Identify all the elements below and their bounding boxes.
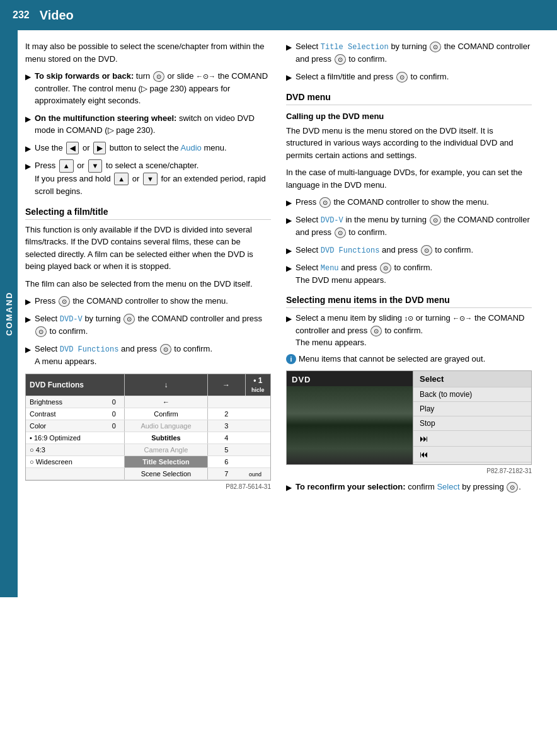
bullet-dvd-func: ▶ Select DVD Functions and press ⊙ to co… (286, 244, 532, 256)
table-row-brightness: Brightness 0 ← (26, 396, 270, 408)
cell-contrast-label: Contrast (26, 408, 108, 420)
bullet-content-filmsel: Select a film/title and press ⊙ to confi… (296, 71, 532, 83)
cell-43-label: ○ 4:3 (26, 444, 108, 456)
dvd-menu-ffwd[interactable]: ⏭ (413, 431, 531, 447)
table-header-nav: ↓ (125, 374, 207, 396)
bullet-content-film-dvdv: Select DVD-V by turning ⊙ the COMAND con… (35, 312, 271, 338)
bullet-content-multi: On the multifunction steering wheel: swi… (35, 112, 271, 137)
func-screenshot-caption: P82.87-5614-31 (25, 483, 271, 490)
cell-contrast-val: 0 (108, 408, 125, 420)
cell-43-val (108, 444, 125, 456)
cell-color-val: 0 (108, 420, 125, 432)
cell-contrast-num (245, 408, 270, 420)
cell-color-num (245, 420, 270, 432)
bullet-film-press: ▶ Press ⊙ the COMAND controller to show … (25, 295, 271, 307)
bullet-skip: ▶ To skip forwards or back: turn ⊙ or sl… (25, 70, 271, 107)
bullet-arrow-dvd-menu: ▶ (286, 263, 292, 287)
cell-contrast-right: Confirm (125, 408, 207, 420)
cell-contrast-nav: 2 (207, 408, 245, 420)
cell-wide-nav: 6 (207, 456, 245, 468)
table-header-label: DVD Functions (26, 374, 125, 396)
sub-section-calling: Calling up the DVD menu (286, 112, 532, 121)
functions-table: DVD Functions ↓ → • 1 hicle Brightness 0… (26, 374, 270, 480)
bullet-content-select-item: Select a menu item by sliding ↕⊙ or turn… (296, 312, 532, 349)
main-content: COMAND It may also be possible to select… (0, 30, 557, 597)
info-row: i Menu items that cannot be selected are… (286, 354, 532, 364)
cell-color-nav: 3 (207, 420, 245, 432)
bullet-dvd-menu: ▶ Select Menu and press ⊙ to confirm. Th… (286, 261, 532, 287)
cell-scene-right: Scene Selection (125, 468, 207, 480)
dvd-label: DVD (292, 375, 311, 384)
bullet-content-skip: To skip forwards or back: turn ⊙ or slid… (35, 70, 271, 107)
cell-scene-val (108, 468, 125, 480)
cell-color-label: Color (26, 420, 108, 432)
table-row-wide: ○ Widescreen Title Selection 6 (26, 456, 270, 468)
bullet-arrow-film-press: ▶ (25, 296, 31, 307)
film-body2: The film can also be selected from the m… (25, 278, 271, 290)
dvd-body1: The DVD menu is the menu stored on the D… (286, 125, 532, 162)
page-title: Video (40, 8, 74, 23)
dvd-image-panel: DVD (287, 371, 413, 464)
dvd-menu-stop[interactable]: Stop (413, 416, 531, 431)
bullet-use-button: ▶ Use the ◀ or ▶ button to select the Au… (25, 142, 271, 155)
dvd-screenshot-caption: P82.87-2182-31 (286, 467, 532, 474)
bullet-title-select: ▶ Select Title Selection by turning ⊙ th… (286, 40, 532, 66)
bullet-content-film-press: Press ⊙ the COMAND controller to show th… (35, 295, 271, 307)
film-body1: This function is only available if the D… (25, 224, 271, 273)
bullet-film-select: ▶ Select a film/title and press ⊙ to con… (286, 71, 532, 83)
cell-169-label: • 16:9 Optimized (26, 432, 108, 444)
cell-brightness-val: 0 (108, 396, 125, 408)
section-title-film: Selecting a film/title (25, 207, 271, 220)
cell-wide-val (108, 456, 125, 468)
section-title-selecting-items: Selecting menu items in the DVD menu (286, 295, 532, 308)
bullet-content-title: Select Title Selection by turning ⊙ the … (296, 40, 532, 66)
table-row-header: DVD Functions ↓ → • 1 hicle (26, 374, 270, 396)
cell-brightness-right: ← (125, 396, 207, 408)
dvd-image-area (287, 386, 413, 464)
cell-brightness-nav (207, 396, 245, 408)
columns: It may also be possible to select the sc… (18, 30, 557, 597)
cell-scene-nav: 7 (207, 468, 245, 480)
bullet-arrow-use: ▶ (25, 143, 31, 155)
bullet-dvd-dvdv: ▶ Select DVD-V in the menu by turning ⊙ … (286, 214, 532, 239)
cell-wide-label: ○ Widescreen (26, 456, 108, 468)
dvd-menu-rew[interactable]: ⏮ (413, 447, 531, 462)
info-icon: i (286, 354, 296, 364)
dvd-menu-play[interactable]: Play (413, 402, 531, 416)
dvd-menu-goup[interactable]: Go Up (413, 462, 531, 465)
bullet-arrow-dvd-press: ▶ (286, 197, 292, 209)
cell-169-val (108, 432, 125, 444)
bullet-arrow-film-dvdfunc: ▶ (25, 344, 31, 368)
dvd-screenshot: DVD Select Back (to movie) Play Stop ⏭ ⏮… (286, 370, 532, 465)
bullet-content-dvd-menu: Select Menu and press ⊙ to confirm. The … (296, 261, 532, 287)
bullet-film-dvdv: ▶ Select DVD-V by turning ⊙ the COMAND c… (25, 312, 271, 338)
left-column: It may also be possible to select the sc… (25, 40, 271, 587)
bullet-arrow-dvd-dvdv: ▶ (286, 215, 292, 239)
info-text: Menu items that cannot be selected are g… (299, 354, 485, 364)
bullet-content-dvd-press: Press ⊙ the COMAND controller to show th… (296, 196, 532, 209)
page-number: 232 (13, 9, 30, 21)
bullet-arrow-title: ▶ (286, 42, 292, 66)
bullet-arrow-final: ▶ (286, 482, 292, 493)
cell-brightness-label: Brightness (26, 396, 108, 408)
table-row-color: Color 0 Audio Language 3 (26, 420, 270, 432)
dvd-menu-back[interactable]: Back (to movie) (413, 387, 531, 402)
cell-169-right: Subtitles (125, 432, 207, 444)
functions-screenshot: DVD Functions ↓ → • 1 hicle Brightness 0… (25, 374, 271, 481)
cell-43-nav: 5 (207, 444, 245, 456)
dvd-body2: In the case of multi-language DVDs, for … (286, 166, 532, 191)
table-row-43: ○ 4:3 Camera Angle 5 (26, 444, 270, 456)
bullet-select-item: ▶ Select a menu item by sliding ↕⊙ or tu… (286, 312, 532, 349)
bullet-content-updown: Press ▲ or ▼ to select a scene/chapter. … (35, 159, 271, 198)
cell-43-right: Camera Angle (125, 444, 207, 456)
section-title-dvd-menu: DVD menu (286, 92, 532, 105)
bullet-multifunction: ▶ On the multifunction steering wheel: s… (25, 112, 271, 137)
table-header-side: → (207, 374, 245, 396)
bullet-dvd-press: ▶ Press ⊙ the COMAND controller to show … (286, 196, 532, 209)
right-column: ▶ Select Title Selection by turning ⊙ th… (286, 40, 532, 587)
bullet-arrow-updown: ▶ (25, 161, 31, 198)
table-header-num: • 1 hicle (245, 374, 270, 396)
cell-brightness-num (245, 396, 270, 408)
table-row-scene: Scene Selection 7 ound (26, 468, 270, 480)
bullet-final: ▶ To reconfirm your selection: confirm S… (286, 481, 532, 493)
